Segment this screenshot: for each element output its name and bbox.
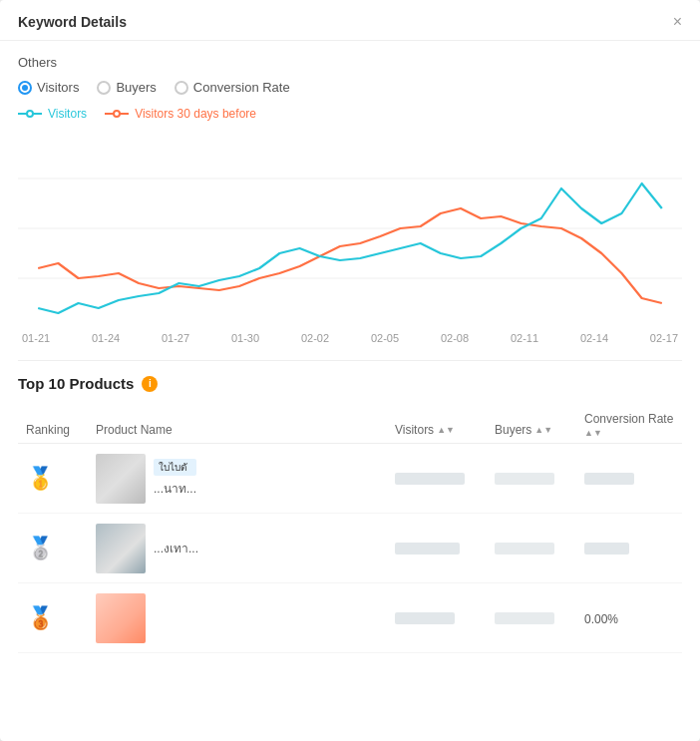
teal-line — [38, 184, 662, 313]
x-label-8: 02-14 — [580, 332, 608, 344]
product-image-1 — [96, 454, 146, 504]
x-label-9: 02-17 — [650, 332, 678, 344]
table-header: Ranking Product Name Visitors ▲▼ Buyers … — [18, 406, 682, 444]
conversion-cell-3: 0.00% — [584, 609, 674, 627]
conversion-bar-2 — [584, 543, 629, 555]
x-label-2: 01-27 — [162, 332, 189, 344]
chart-svg — [18, 129, 682, 328]
conversion-bar-1 — [584, 473, 634, 485]
legend-visitors-30: Visitors 30 days before — [105, 107, 256, 121]
x-axis: 01-21 01-24 01-27 01-30 02-02 02-05 02-0… — [18, 332, 682, 344]
x-label-7: 02-11 — [511, 332, 538, 344]
th-conversion[interactable]: Conversion Rate ▲▼ — [584, 412, 674, 437]
conversion-cell-1 — [584, 473, 674, 485]
visitors-cell-3 — [395, 612, 495, 624]
product-thumb-3 — [96, 593, 146, 643]
close-button[interactable]: × — [673, 14, 682, 30]
radio-circle-visitors — [18, 81, 32, 95]
top-products-section: Top 10 Products i Ranking Product Name V… — [18, 360, 682, 653]
th-product-label: Product Name — [96, 423, 173, 437]
gold-medal-icon: 🥇 — [27, 466, 54, 492]
orange-line — [38, 208, 662, 303]
product-thumb-2 — [96, 524, 146, 573]
x-label-6: 02-08 — [441, 332, 469, 344]
buyers-cell-2 — [495, 543, 584, 555]
radio-conversion[interactable]: Conversion Rate — [175, 80, 290, 95]
visitors-cell-1 — [395, 473, 495, 485]
product-cell-2: ...งเทา... — [96, 524, 395, 573]
buyers-cell-1 — [495, 473, 584, 485]
sort-icon-visitors: ▲▼ — [437, 426, 455, 434]
radio-circle-conversion — [175, 81, 188, 95]
th-visitors[interactable]: Visitors ▲▼ — [395, 423, 495, 437]
product-tag-1: ใบไบตั — [154, 459, 196, 476]
product-name-area-2: ...งเทา... — [154, 539, 198, 557]
rank-badge-2: 🥈 — [26, 535, 54, 562]
bronze-medal-icon: 🥉 — [27, 605, 54, 631]
x-label-1: 01-24 — [92, 332, 120, 344]
radio-label-conversion: Conversion Rate — [193, 80, 290, 95]
info-icon: i — [142, 376, 158, 392]
th-buyers[interactable]: Buyers ▲▼ — [495, 423, 584, 437]
table-row: 🥈 ...งเทา... — [18, 514, 682, 583]
visitors-bar-2 — [395, 543, 460, 555]
radio-buyers[interactable]: Buyers — [97, 80, 156, 95]
legend-dot-teal — [26, 110, 34, 118]
x-label-4: 02-02 — [301, 332, 329, 344]
buyers-bar-3 — [495, 612, 554, 624]
table-row: 🥉 0.00% — [18, 583, 682, 653]
radio-visitors[interactable]: Visitors — [18, 80, 79, 95]
buyers-bar-2 — [495, 543, 554, 555]
x-label-3: 01-30 — [231, 332, 259, 344]
product-thumb-1 — [96, 454, 146, 504]
buyers-cell-3 — [495, 612, 584, 624]
conversion-cell-2 — [584, 543, 674, 555]
legend-label-visitors-30: Visitors 30 days before — [135, 107, 256, 121]
legend-line-teal — [18, 113, 42, 115]
radio-circle-buyers — [97, 81, 111, 95]
product-image-3 — [96, 593, 146, 643]
legend-line-orange — [105, 113, 129, 115]
x-label-5: 02-05 — [371, 332, 399, 344]
legend-dot-orange — [113, 110, 121, 118]
dialog-header: Keyword Details × — [0, 0, 700, 41]
sort-icon-buyers: ▲▼ — [534, 426, 552, 434]
th-ranking-label: Ranking — [26, 423, 70, 437]
product-name-1: ...นาท... — [154, 479, 196, 498]
x-label-0: 01-21 — [22, 332, 50, 344]
silver-medal-icon: 🥈 — [27, 536, 54, 561]
product-cell-3 — [96, 593, 395, 643]
chart-legend: Visitors Visitors 30 days before — [18, 107, 682, 121]
radio-label-visitors: Visitors — [37, 80, 79, 95]
th-buyers-label: Buyers — [495, 423, 531, 437]
rank-badge-1: 🥇 — [26, 465, 54, 493]
conversion-value-3: 0.00% — [584, 612, 618, 626]
th-ranking: Ranking — [26, 423, 96, 437]
legend-visitors: Visitors — [18, 107, 87, 121]
th-product-name: Product Name — [96, 423, 395, 437]
product-name-2: ...งเทา... — [154, 539, 198, 557]
table-row: 🥇 ใบไบตั ...นาท... — [18, 444, 682, 514]
dialog-title: Keyword Details — [18, 14, 127, 30]
legend-label-visitors: Visitors — [48, 107, 87, 121]
product-image-2 — [96, 524, 146, 573]
radio-group: Visitors Buyers Conversion Rate — [18, 80, 682, 95]
sort-icon-conversion: ▲▼ — [584, 429, 602, 437]
product-name-area-1: ใบไบตั ...นาท... — [154, 459, 196, 498]
buyers-bar-1 — [495, 473, 554, 485]
visitors-bar-1 — [395, 473, 465, 485]
section-label: Others — [18, 55, 682, 70]
radio-label-buyers: Buyers — [116, 80, 156, 95]
product-cell-1: ใบไบตั ...นาท... — [96, 454, 395, 504]
visitors-bar-3 — [395, 612, 455, 624]
dialog-body: Others Visitors Buyers Conversion Rate — [0, 41, 700, 741]
th-visitors-label: Visitors — [395, 423, 434, 437]
top-products-header: Top 10 Products i — [18, 375, 682, 392]
keyword-details-dialog: Keyword Details × Others Visitors Buyers… — [0, 0, 700, 741]
visitors-cell-2 — [395, 543, 495, 555]
top-products-title: Top 10 Products — [18, 375, 134, 392]
th-conversion-label: Conversion Rate — [584, 412, 673, 426]
line-chart — [18, 129, 682, 328]
rank-badge-3: 🥉 — [26, 604, 54, 632]
radio-dot-visitors — [22, 85, 28, 91]
